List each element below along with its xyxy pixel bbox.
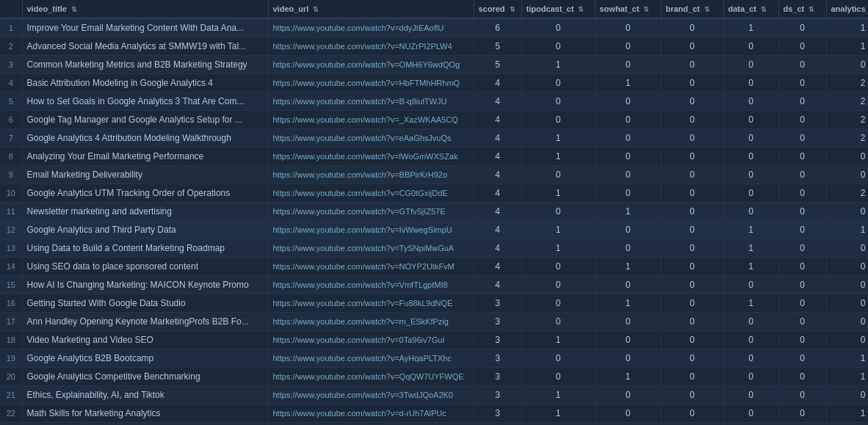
cell-url[interactable]: https://www.youtube.com/watch?v=lWoGmWXS… [268,148,474,166]
row-index: 13 [0,239,22,258]
cell-data_ct: 1 [723,258,778,276]
cell-url[interactable]: https://www.youtube.com/watch?v=QqQW7UYF… [268,368,474,386]
col-header-ds[interactable]: ds_ct ⇅ [778,0,826,18]
cell-title: Google Analytics Competitive Benchmarkin… [22,368,268,386]
cell-title: Google Analytics B2B Bootcamp [22,349,268,368]
col-header-tipodcast[interactable]: tipodcast_ct ⇅ [521,0,595,18]
cell-url[interactable]: https://www.youtube.com/watch?v=Fu88kL9d… [268,294,474,313]
cell-title: Ann Handley Opening Keynote MarketingPro… [22,313,268,331]
cell-tipodcast_ct: 1 [521,331,595,349]
cell-brand_ct: 0 [661,258,723,276]
cell-sowhat_ct: 0 [595,239,661,258]
cell-data_ct: 0 [723,331,778,349]
row-index: 6 [0,111,22,129]
col-header-data[interactable]: data_ct ⇅ [723,0,778,18]
cell-analytics_ct: 2 [826,184,868,203]
cell-scored: 3 [474,294,521,313]
cell-ds_ct: 0 [778,349,826,368]
cell-ds_ct: 0 [778,148,826,166]
table-row: 21Ethics, Explainability, AI, and Tiktok… [0,386,868,404]
cell-analytics_ct: 2 [826,92,868,111]
cell-brand_ct: 0 [661,56,723,74]
cell-ds_ct: 0 [778,166,826,184]
cell-data_ct: 0 [723,349,778,368]
cell-url[interactable]: https://www.youtube.com/watch?v=NUZrPI2P… [268,37,474,56]
cell-url[interactable]: https://www.youtube.com/watch?v=m_ESkKfP… [268,313,474,331]
cell-analytics_ct: 0 [826,239,868,258]
cell-scored: 3 [474,331,521,349]
cell-sowhat_ct: 0 [595,129,661,148]
cell-url[interactable]: https://www.youtube.com/watch?v=AyHqaPLT… [268,349,474,368]
table-row: 3Common Marketing Metrics and B2B Market… [0,56,868,74]
row-index: 9 [0,166,22,184]
cell-sowhat_ct: 0 [595,423,661,426]
cell-data_ct: 0 [723,368,778,386]
col-header-brand[interactable]: brand_ct ⇅ [661,0,723,18]
cell-scored: 3 [474,404,521,423]
cell-title: Video Marketing and Video SEO [22,331,268,349]
row-index: 17 [0,313,22,331]
row-index: 22 [0,404,22,423]
table-row: 4Basic Attribution Modeling in Google An… [0,74,868,92]
col-header-scored[interactable]: scored ⇅ [474,0,521,18]
cell-data_ct: 0 [723,37,778,56]
row-index: 18 [0,331,22,349]
sort-icon-tipodcast: ⇅ [578,6,584,13]
cell-url[interactable]: https://www.youtube.com/watch?v=OMH6Y6wd… [268,56,474,74]
cell-ds_ct: 0 [778,184,826,203]
cell-ds_ct: 0 [778,294,826,313]
table-row: 11Newsletter marketing and advertisinght… [0,203,868,221]
cell-data_ct: 0 [723,203,778,221]
cell-url[interactable]: https://www.youtube.com/watch?v=HbFTMhHR… [268,74,474,92]
cell-tipodcast_ct: 1 [521,221,595,239]
cell-analytics_ct: 0 [826,386,868,404]
cell-url[interactable]: https://www.youtube.com/watch?v=_XazWKAA… [268,111,474,129]
cell-scored: 3 [474,313,521,331]
cell-scored: 3 [474,368,521,386]
cell-url[interactable]: https://www.youtube.com/watch?v=GTfvSjIZ… [268,203,474,221]
col-header-video-url[interactable]: video_url ⇅ [268,0,474,18]
cell-ds_ct: 0 [778,258,826,276]
cell-analytics_ct: 0 [826,423,868,426]
cell-sowhat_ct: 0 [595,386,661,404]
cell-analytics_ct: 0 [826,148,868,166]
table-row: 23Network Graphs and Influencer Marketin… [0,423,868,426]
cell-url[interactable]: https://www.youtube.com/watch?v=3TwdJQoA… [268,386,474,404]
data-table-container: video_title ⇅ video_url ⇅ scored ⇅ tipod… [0,0,868,425]
cell-url[interactable]: https://www.youtube.com/watch?v=ddyJtEAo… [268,18,474,37]
col-header-sowhat[interactable]: sowhat_ct ⇅ [595,0,661,18]
cell-url[interactable]: https://www.youtube.com/watch?v=VmfTLgpt… [268,276,474,294]
cell-scored: 3 [474,349,521,368]
cell-tipodcast_ct: 1 [521,56,595,74]
cell-url[interactable]: https://www.youtube.com/watch?v=NOYP2Utk… [268,258,474,276]
cell-url[interactable]: https://www.youtube.com/watch?v=CG0tGxij… [268,184,474,203]
cell-url[interactable]: https://www.youtube.com/watch?v=BBPirKrH… [268,166,474,184]
cell-url[interactable]: https://www.youtube.com/watch?v=TySNpiMw… [268,239,474,258]
cell-url[interactable]: https://www.youtube.com/watch?v=0Ta96iv7… [268,331,474,349]
cell-brand_ct: 0 [661,276,723,294]
table-row: 7Google Analytics 4 Attribution Modeling… [0,129,868,148]
row-index: 21 [0,386,22,404]
cell-url[interactable]: https://www.youtube.com/watch?v=IvWwegSi… [268,221,474,239]
cell-url[interactable]: https://www.youtube.com/watch?v=ZTfQCGUD… [268,423,474,426]
data-table: video_title ⇅ video_url ⇅ scored ⇅ tipod… [0,0,868,425]
col-header-analytics[interactable]: analytics_ct ⇅ [826,0,868,18]
cell-analytics_ct: 0 [826,331,868,349]
row-index: 12 [0,221,22,239]
row-index: 10 [0,184,22,203]
cell-scored: 4 [474,203,521,221]
cell-sowhat_ct: 0 [595,184,661,203]
cell-analytics_ct: 0 [826,276,868,294]
col-header-video-title[interactable]: video_title ⇅ [22,0,268,18]
cell-title: Basic Attribution Modeling in Google Ana… [22,74,268,92]
table-row: 19Google Analytics B2B Bootcamphttps://w… [0,349,868,368]
cell-brand_ct: 0 [661,349,723,368]
cell-url[interactable]: https://www.youtube.com/watch?v=B-q8iulT… [268,92,474,111]
cell-data_ct: 0 [723,56,778,74]
cell-url[interactable]: https://www.youtube.com/watch?v=eAaGhsJv… [268,129,474,148]
row-index: 19 [0,349,22,368]
cell-tipodcast_ct: 1 [521,184,595,203]
row-index: 15 [0,276,22,294]
cell-ds_ct: 0 [778,386,826,404]
cell-url[interactable]: https://www.youtube.com/watch?v=d-rUh7Al… [268,404,474,423]
